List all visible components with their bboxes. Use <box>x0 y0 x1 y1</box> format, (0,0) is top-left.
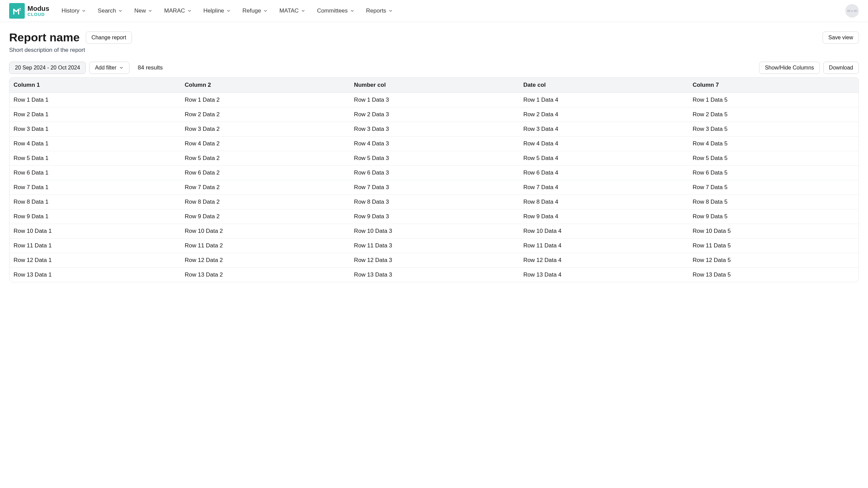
table-header-row: Column 1Column 2Number colDate colColumn… <box>9 78 859 93</box>
table-cell: Row 10 Data 5 <box>689 224 859 239</box>
table-cell: Row 8 Data 4 <box>520 195 689 209</box>
table-cell: Row 9 Data 3 <box>351 209 520 224</box>
table-cell: Row 3 Data 3 <box>351 122 520 137</box>
table-cell: Row 1 Data 1 <box>9 93 181 107</box>
table-cell: Row 6 Data 1 <box>9 166 181 180</box>
table-cell: Row 9 Data 5 <box>689 209 859 224</box>
table-cell: Row 7 Data 5 <box>689 180 859 195</box>
top-nav: Modus CLOUD HistorySearchNewMARACHelplin… <box>0 0 868 22</box>
chevron-down-icon <box>226 8 231 13</box>
add-filter-button[interactable]: Add filter <box>89 62 130 74</box>
table-cell: Row 11 Data 3 <box>351 239 520 253</box>
table-cell: Row 9 Data 4 <box>520 209 689 224</box>
nav-item-label: Committees <box>317 7 348 14</box>
table-row[interactable]: Row 10 Data 1Row 10 Data 2Row 10 Data 3R… <box>9 224 859 239</box>
table-row[interactable]: Row 11 Data 1Row 11 Data 2Row 11 Data 3R… <box>9 239 859 253</box>
table-row[interactable]: Row 7 Data 1Row 7 Data 2Row 7 Data 3Row … <box>9 180 859 195</box>
nav-item-label: Search <box>98 7 116 14</box>
table-cell: Row 2 Data 5 <box>689 107 859 122</box>
show-hide-columns-label: Show/Hide Columns <box>765 65 814 71</box>
table-row[interactable]: Row 13 Data 1Row 13 Data 2Row 13 Data 3R… <box>9 268 859 282</box>
results-count: 84 results <box>138 64 163 71</box>
change-report-button[interactable]: Change report <box>86 32 132 44</box>
table-cell: Row 3 Data 2 <box>181 122 351 137</box>
chevron-down-icon <box>119 65 124 70</box>
table-cell: Row 5 Data 3 <box>351 151 520 166</box>
table-cell: Row 13 Data 3 <box>351 268 520 282</box>
table-cell: Row 10 Data 2 <box>181 224 351 239</box>
table-cell: Row 9 Data 1 <box>9 209 181 224</box>
date-range-button[interactable]: 20 Sep 2024 - 20 Oct 2024 <box>9 62 86 74</box>
table-row[interactable]: Row 1 Data 1Row 1 Data 2Row 1 Data 3Row … <box>9 93 859 107</box>
column-header[interactable]: Number col <box>351 78 520 93</box>
table-cell: Row 5 Data 2 <box>181 151 351 166</box>
nav-item-committees[interactable]: Committees <box>316 5 355 16</box>
nav-item-label: MATAC <box>279 7 299 14</box>
table-cell: Row 8 Data 5 <box>689 195 859 209</box>
table-row[interactable]: Row 12 Data 1Row 12 Data 2Row 12 Data 3R… <box>9 253 859 268</box>
table-row[interactable]: Row 2 Data 1Row 2 Data 2Row 2 Data 3Row … <box>9 107 859 122</box>
table-cell: Row 1 Data 5 <box>689 93 859 107</box>
save-view-button[interactable]: Save view <box>823 32 859 44</box>
table-cell: Row 12 Data 4 <box>520 253 689 268</box>
table-cell: Row 12 Data 1 <box>9 253 181 268</box>
nav-item-matac[interactable]: MATAC <box>279 5 306 16</box>
logo[interactable]: Modus CLOUD <box>9 3 49 19</box>
table-cell: Row 13 Data 4 <box>520 268 689 282</box>
table-row[interactable]: Row 4 Data 1Row 4 Data 2Row 4 Data 3Row … <box>9 137 859 151</box>
nav-item-label: New <box>134 7 146 14</box>
title-row: Report name Change report Save view <box>9 31 859 44</box>
nav-item-helpline[interactable]: Helpline <box>203 5 232 16</box>
table-cell: Row 4 Data 1 <box>9 137 181 151</box>
logo-text-top: Modus <box>27 5 49 12</box>
chevron-down-icon <box>388 8 393 13</box>
column-header[interactable]: Column 2 <box>181 78 351 93</box>
table-row[interactable]: Row 8 Data 1Row 8 Data 2Row 8 Data 3Row … <box>9 195 859 209</box>
nav-items: HistorySearchNewMARACHelplineRefugeMATAC… <box>61 5 394 16</box>
table-cell: Row 11 Data 4 <box>520 239 689 253</box>
download-button[interactable]: Download <box>823 62 859 74</box>
table-cell: Row 5 Data 4 <box>520 151 689 166</box>
table-cell: Row 6 Data 4 <box>520 166 689 180</box>
column-header[interactable]: Date col <box>520 78 689 93</box>
table-cell: Row 4 Data 3 <box>351 137 520 151</box>
table-row[interactable]: Row 5 Data 1Row 5 Data 2Row 5 Data 3Row … <box>9 151 859 166</box>
logo-text: Modus CLOUD <box>27 5 49 17</box>
nav-item-new[interactable]: New <box>134 5 153 16</box>
nav-item-search[interactable]: Search <box>97 5 123 16</box>
date-range-label: 20 Sep 2024 - 20 Oct 2024 <box>15 65 80 71</box>
table-cell: Row 4 Data 4 <box>520 137 689 151</box>
table-cell: Row 8 Data 2 <box>181 195 351 209</box>
avatar[interactable]: 40 x 40 <box>845 4 859 18</box>
nav-item-reports[interactable]: Reports <box>366 5 394 16</box>
table-cell: Row 7 Data 3 <box>351 180 520 195</box>
table-row[interactable]: Row 3 Data 1Row 3 Data 2Row 3 Data 3Row … <box>9 122 859 137</box>
column-header[interactable]: Column 7 <box>689 78 859 93</box>
nav-item-marac[interactable]: MARAC <box>163 5 192 16</box>
avatar-placeholder-text: 40 x 40 <box>847 9 857 13</box>
table-cell: Row 10 Data 1 <box>9 224 181 239</box>
chevron-down-icon <box>81 8 86 13</box>
nav-item-refuge[interactable]: Refuge <box>242 5 269 16</box>
table-row[interactable]: Row 6 Data 1Row 6 Data 2Row 6 Data 3Row … <box>9 166 859 180</box>
table-cell: Row 13 Data 2 <box>181 268 351 282</box>
column-header[interactable]: Column 1 <box>9 78 181 93</box>
report-table: Column 1Column 2Number colDate colColumn… <box>9 78 859 282</box>
table-cell: Row 6 Data 3 <box>351 166 520 180</box>
table-cell: Row 8 Data 3 <box>351 195 520 209</box>
nav-item-label: History <box>61 7 79 14</box>
table-body: Row 1 Data 1Row 1 Data 2Row 1 Data 3Row … <box>9 93 859 282</box>
table-cell: Row 7 Data 4 <box>520 180 689 195</box>
table-cell: Row 5 Data 5 <box>689 151 859 166</box>
table-row[interactable]: Row 9 Data 1Row 9 Data 2Row 9 Data 3Row … <box>9 209 859 224</box>
logo-mark-icon <box>9 3 25 19</box>
table-cell: Row 2 Data 4 <box>520 107 689 122</box>
show-hide-columns-button[interactable]: Show/Hide Columns <box>759 62 820 74</box>
download-label: Download <box>829 65 853 71</box>
chevron-down-icon <box>350 8 355 13</box>
table-cell: Row 13 Data 5 <box>689 268 859 282</box>
table-cell: Row 13 Data 1 <box>9 268 181 282</box>
nav-item-label: Helpline <box>203 7 224 14</box>
nav-item-history[interactable]: History <box>61 5 87 16</box>
table-cell: Row 11 Data 1 <box>9 239 181 253</box>
